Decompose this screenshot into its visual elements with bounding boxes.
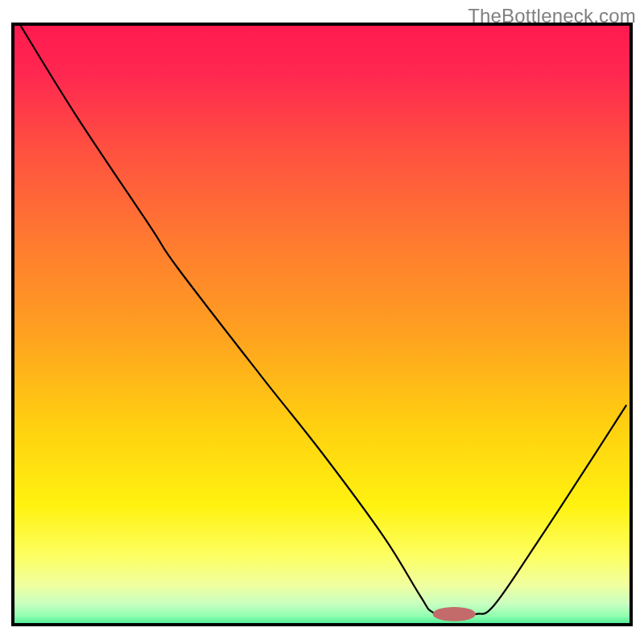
marker-pill: [433, 607, 476, 621]
bottleneck-curve: [14, 26, 630, 623]
chart-plot-area: [11, 23, 633, 626]
watermark-text: TheBottleneck.com: [468, 5, 636, 27]
